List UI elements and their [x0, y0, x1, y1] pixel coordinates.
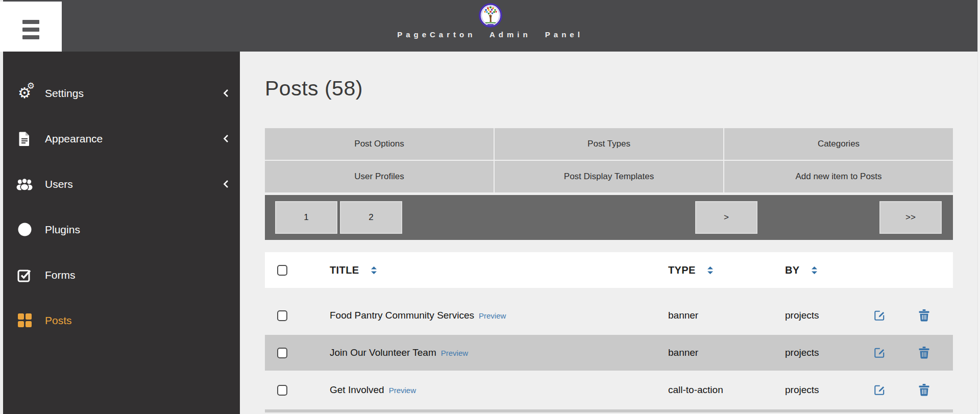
- grid-icon: [15, 311, 34, 330]
- post-title: Join Our Volunteer Team: [330, 347, 436, 358]
- page-title: Posts (58): [265, 78, 953, 99]
- post-title: Food Pantry Community Services: [330, 310, 474, 321]
- sidebar-item-posts[interactable]: Posts: [3, 298, 240, 343]
- circle-icon: [15, 220, 34, 239]
- delete-button[interactable]: [919, 347, 929, 359]
- page-2-button[interactable]: 2: [340, 201, 402, 234]
- post-by: projects: [785, 347, 819, 358]
- table-row: Join Our Volunteer TeamPreview banner pr…: [265, 335, 953, 372]
- document-icon: [15, 129, 34, 149]
- main-content: Posts (58) Post Options Post Types Categ…: [240, 52, 977, 414]
- preview-link[interactable]: Preview: [479, 311, 506, 320]
- delete-button[interactable]: [919, 384, 929, 396]
- sort-title-icon[interactable]: [371, 266, 377, 274]
- sidebar-item-label: Plugins: [45, 224, 80, 236]
- user-profiles-button[interactable]: User Profiles: [265, 161, 494, 192]
- sidebar-toggle-button[interactable]: [0, 2, 62, 52]
- sidebar-item-settings[interactable]: ⚙⚙ Settings: [3, 70, 240, 116]
- sidebar-item-label: Forms: [45, 269, 76, 281]
- edit-button[interactable]: [873, 384, 886, 396]
- sidebar-item-appearance[interactable]: Appearance: [3, 116, 240, 161]
- pagination-bar: 1 2 > >>: [265, 195, 953, 240]
- post-type: banner: [668, 310, 698, 321]
- add-new-item-button[interactable]: Add new item to Posts: [724, 161, 953, 192]
- row-checkbox[interactable]: [277, 385, 287, 396]
- tree-logo-icon: [479, 3, 502, 28]
- categories-button[interactable]: Categories: [724, 128, 953, 160]
- column-header-by: BY: [785, 264, 800, 276]
- check-square-icon: [15, 265, 34, 285]
- sidebar-item-label: Users: [45, 178, 73, 190]
- trash-icon: [919, 309, 929, 322]
- admin-panel-page: PageCarton Admin Panel ⚙⚙ Settings: [0, 0, 980, 414]
- row-checkbox[interactable]: [277, 310, 287, 321]
- chevron-left-icon: [223, 180, 229, 188]
- chevron-left-icon: [223, 134, 229, 143]
- trash-icon: [919, 384, 929, 396]
- sort-by-icon[interactable]: [811, 266, 818, 274]
- table-row: Food Pantry Community ServicesPreview ba…: [265, 298, 953, 335]
- sidebar-item-label: Settings: [45, 87, 84, 100]
- post-actions-grid: Post Options Post Types Categories User …: [265, 128, 953, 192]
- sidebar-nav: ⚙⚙ Settings Appearance: [3, 52, 240, 414]
- app-title: PageCarton Admin Panel: [397, 30, 583, 39]
- vertical-scrollbar[interactable]: [977, 0, 980, 414]
- post-title: Get Involved: [330, 384, 384, 395]
- column-header-type: TYPE: [668, 264, 696, 276]
- post-type: banner: [668, 347, 698, 358]
- hamburger-icon: [22, 20, 39, 52]
- post-by: projects: [785, 384, 819, 395]
- users-icon: [15, 175, 34, 194]
- sort-type-icon[interactable]: [707, 266, 714, 274]
- post-by: projects: [785, 310, 819, 321]
- edit-icon: [873, 384, 886, 396]
- sidebar-item-forms[interactable]: Forms: [3, 252, 240, 298]
- post-options-button[interactable]: Post Options: [265, 128, 494, 160]
- sidebar-item-users[interactable]: Users: [3, 161, 240, 207]
- select-all-checkbox[interactable]: [277, 265, 287, 276]
- preview-link[interactable]: Preview: [441, 349, 468, 357]
- table-row: Get InvolvedPreview call-to-action proje…: [265, 372, 953, 409]
- edit-button[interactable]: [873, 347, 886, 359]
- row-checkbox[interactable]: [277, 348, 287, 358]
- table-header-row: TITLE TYPE BY: [265, 252, 953, 288]
- sidebar-item-plugins[interactable]: Plugins: [3, 207, 240, 252]
- top-header: PageCarton Admin Panel: [3, 0, 977, 52]
- edit-icon: [873, 309, 886, 322]
- delete-button[interactable]: [919, 309, 929, 322]
- table-row-partial: [265, 409, 953, 412]
- edit-icon: [873, 347, 886, 359]
- trash-icon: [919, 347, 929, 359]
- chevron-left-icon: [223, 89, 229, 98]
- column-header-title: TITLE: [330, 264, 359, 276]
- page-1-button[interactable]: 1: [275, 201, 337, 234]
- post-types-button[interactable]: Post Types: [495, 128, 723, 160]
- post-type: call-to-action: [668, 384, 723, 395]
- next-page-button[interactable]: >: [695, 201, 757, 234]
- posts-table: TITLE TYPE BY: [265, 252, 953, 412]
- last-page-button[interactable]: >>: [879, 201, 942, 234]
- sidebar-item-label: Posts: [45, 314, 72, 327]
- post-display-templates-button[interactable]: Post Display Templates: [495, 161, 723, 192]
- preview-link[interactable]: Preview: [389, 386, 416, 395]
- sidebar-item-label: Appearance: [45, 133, 103, 145]
- brand: PageCarton Admin Panel: [3, 3, 977, 39]
- gears-icon: ⚙⚙: [15, 84, 34, 103]
- edit-button[interactable]: [873, 309, 886, 322]
